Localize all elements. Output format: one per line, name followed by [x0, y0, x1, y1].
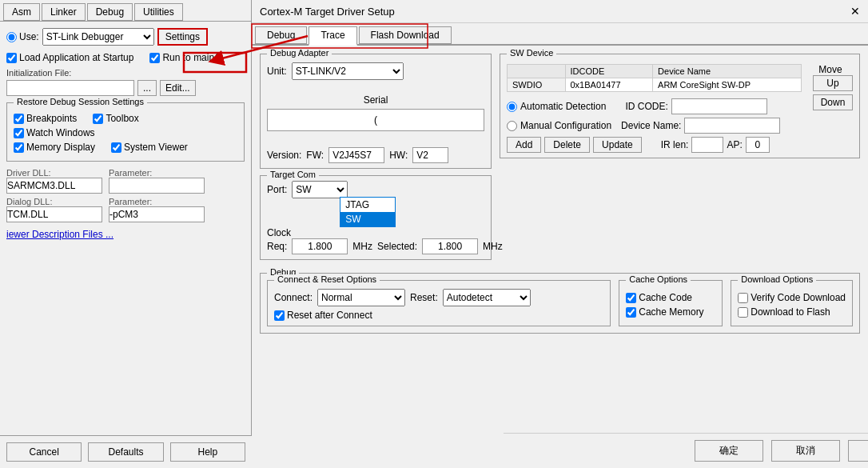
driver-param-input[interactable]	[109, 178, 205, 194]
auto-detection-radio[interactable]	[507, 102, 517, 112]
watch-windows-checkbox[interactable]: Watch Windows	[14, 127, 95, 138]
delete-button[interactable]: Delete	[544, 137, 590, 153]
up-button[interactable]: Up	[813, 75, 853, 91]
hw-label: HW:	[389, 150, 408, 161]
debugger-select[interactable]: ST-Link Debugger	[42, 28, 154, 46]
id-code-label: ID CODE:	[625, 101, 667, 112]
reset-after-connect-checkbox[interactable]: Reset after Connect	[274, 310, 603, 321]
update-button[interactable]: Update	[593, 137, 642, 153]
cancel-footer-button[interactable]: 取消	[771, 440, 840, 462]
use-label: Use:	[19, 31, 39, 42]
jtag-option[interactable]: JTAG	[340, 198, 395, 212]
serial-value: (	[267, 109, 484, 131]
port-select[interactable]: SW	[292, 181, 348, 198]
device-name-input[interactable]	[684, 118, 780, 134]
reset-label: Reset:	[410, 292, 438, 303]
version-label: Version:	[267, 150, 301, 161]
apply-button[interactable]: 应用(A)	[848, 440, 869, 462]
left-tab-bar: Asm Linker Debug Utilities	[0, 0, 251, 22]
init-file-label: Initialization File:	[6, 68, 245, 78]
driver-dll-label: Driver DLL:	[6, 168, 102, 178]
viewer-link[interactable]: iewer Description Files ...	[6, 229, 113, 240]
tab-debug-right[interactable]: Debug	[255, 26, 307, 44]
use-radio-input[interactable]	[6, 32, 17, 42]
down-button[interactable]: Down	[813, 94, 853, 110]
port-label: Port:	[267, 184, 287, 195]
id-code-input[interactable]	[671, 98, 767, 114]
system-viewer-checkbox[interactable]: System Viewer	[111, 142, 188, 153]
connect-label: Connect:	[274, 292, 313, 303]
ir-len-label: IR len:	[661, 139, 689, 150]
driver-dll-input[interactable]	[6, 178, 102, 194]
move-label: Move	[818, 64, 842, 75]
dialog-param-input[interactable]	[109, 206, 205, 222]
connect-reset-group: Connect & Reset Options Connect: Normal …	[267, 280, 611, 326]
right-tab-bar: Debug Trace Flash Download	[252, 23, 868, 46]
fw-label: FW:	[306, 150, 324, 161]
dots-button[interactable]: ...	[137, 80, 157, 96]
help-button[interactable]: Help	[170, 442, 245, 462]
init-file-input[interactable]	[6, 80, 134, 96]
dialog-dll-input[interactable]	[6, 206, 102, 222]
add-button[interactable]: Add	[507, 137, 541, 153]
dialog-dll-label: Dialog DLL:	[6, 197, 102, 206]
req-input[interactable]	[292, 238, 348, 254]
debug-adapter-group: Debug Adapter Unit: ST-LINK/V2 Serial (	[260, 54, 492, 169]
selected-label: Selected:	[377, 241, 417, 252]
device-name-label: Device Name:	[621, 120, 681, 131]
settings-button[interactable]: Settings	[157, 28, 208, 46]
tab-trace[interactable]: Trace	[309, 26, 356, 46]
sw-device-title: SW Device	[507, 48, 556, 58]
close-icon[interactable]: ✕	[850, 5, 860, 18]
hw-input[interactable]	[412, 147, 448, 163]
tab-linker[interactable]: Linker	[42, 3, 86, 21]
device-name-value: ARM CoreSight SW-DP	[653, 78, 802, 92]
swdio-label: SWDIO	[508, 78, 566, 92]
reset-select[interactable]: Autodetect	[443, 289, 531, 306]
unit-select[interactable]: ST-LINK/V2	[292, 62, 404, 80]
breakpoints-checkbox[interactable]: Breakpoints	[14, 113, 77, 124]
tab-debug[interactable]: Debug	[87, 3, 133, 21]
ok-button[interactable]: 确定	[695, 440, 763, 462]
selected-input[interactable]	[422, 238, 478, 254]
col-device-name: Device Name	[653, 65, 802, 78]
right-panel: Cortex-M Target Driver Setup ✕ Debug Tra…	[252, 0, 868, 468]
cache-code-checkbox[interactable]: Cache Code	[626, 292, 715, 303]
connect-reset-title: Connect & Reset Options	[274, 274, 380, 284]
serial-label: Serial	[364, 94, 388, 106]
cache-options-title: Cache Options	[626, 274, 691, 284]
sw-table: IDCODE Device Name SWDIO 0x1BA01477	[507, 64, 802, 92]
tab-flash-download[interactable]: Flash Download	[359, 26, 452, 44]
tab-asm[interactable]: Asm	[3, 3, 40, 21]
target-com-title: Target Com	[267, 170, 319, 179]
clock-label: Clock	[267, 227, 291, 238]
restore-group: Restore Debug Session Settings Breakpoin…	[6, 102, 245, 162]
ap-input[interactable]	[746, 137, 770, 153]
download-flash-checkbox[interactable]: Download to Flash	[738, 306, 846, 318]
load-app-checkbox[interactable]: Load Application at Startup	[6, 52, 133, 63]
manual-config-radio[interactable]	[507, 121, 517, 131]
fw-input[interactable]	[328, 147, 384, 163]
cancel-button[interactable]: Cancel	[6, 442, 82, 462]
use-radio[interactable]: Use:	[6, 31, 39, 42]
memory-display-checkbox[interactable]: Memory Display	[14, 142, 95, 153]
edit-button[interactable]: Edit...	[160, 80, 196, 96]
col-swdio	[508, 65, 566, 78]
download-options-title: Download Options	[738, 274, 816, 284]
tab-utilities[interactable]: Utilities	[134, 3, 183, 21]
table-row: SWDIO 0x1BA01477 ARM CoreSight SW-DP	[508, 78, 802, 92]
connect-select[interactable]: Normal	[317, 289, 405, 306]
toolbox-checkbox[interactable]: Toolbox	[93, 113, 138, 124]
run-main-checkbox[interactable]: Run to main()	[149, 52, 221, 63]
right-title-bar: Cortex-M Target Driver Setup ✕	[252, 0, 868, 23]
defaults-button[interactable]: Defaults	[88, 442, 163, 462]
left-panel: Asm Linker Debug Utilities Use: ST-Link …	[0, 0, 252, 468]
sw-option[interactable]: SW	[340, 212, 395, 226]
sw-device-group: SW Device IDCODE Device Name	[500, 54, 860, 158]
verify-download-checkbox[interactable]: Verify Code Download	[738, 292, 846, 303]
dialog-param-label: Parameter:	[109, 197, 205, 206]
ir-len-input[interactable]	[691, 137, 723, 153]
cache-options-group: Cache Options Cache Code Cache Memory	[619, 280, 723, 326]
cache-memory-checkbox[interactable]: Cache Memory	[626, 306, 715, 318]
restore-group-title: Restore Debug Session Settings	[14, 97, 147, 106]
